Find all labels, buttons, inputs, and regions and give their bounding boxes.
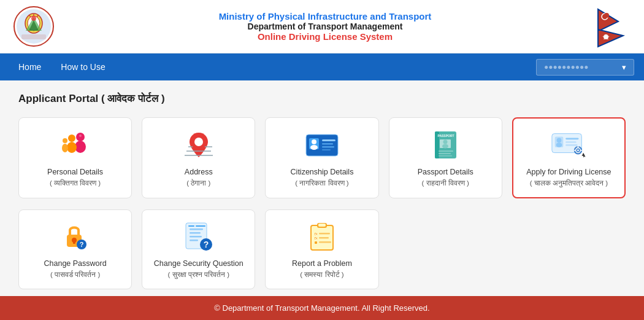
svg-rect-55	[566, 144, 578, 146]
system-title: Online Driving License System	[55, 31, 595, 42]
svg-rect-36	[322, 146, 334, 148]
svg-point-51	[557, 138, 562, 142]
ministry-text: Ministry of Physical Infrastructure and …	[55, 11, 595, 21]
svg-point-44	[442, 144, 448, 149]
svg-marker-62	[582, 153, 586, 158]
svg-rect-91	[319, 241, 331, 243]
footer-text: © Department of Transport Management. Al…	[214, 303, 429, 313]
svg-rect-47	[439, 155, 452, 157]
svg-rect-54	[566, 141, 577, 142]
cards-row2: ? Change Password ( पासवर्ड परिवर्तन )	[18, 209, 626, 289]
department-text: Department of Transport Management	[55, 21, 595, 31]
svg-rect-89	[319, 237, 329, 239]
passport-label: Passport Details ( राहदानी विवरण )	[418, 166, 473, 189]
personal-details-label: Personal Details ( व्यक्तिगत विवरण )	[47, 166, 103, 189]
footer: © Department of Transport Management. Al…	[0, 296, 644, 320]
svg-rect-71	[190, 232, 201, 234]
passport-icon: PASSPORT	[427, 130, 464, 160]
svg-rect-34	[322, 139, 335, 141]
svg-rect-70	[190, 228, 203, 230]
svg-rect-46	[439, 153, 451, 154]
nav-home[interactable]: Home	[10, 57, 50, 77]
card-change-password[interactable]: ? Change Password ( पासवर्ड परिवर्तन )	[18, 209, 132, 289]
address-icon	[180, 130, 217, 160]
card-apply-driving-license[interactable]: Apply for Driving License ( चालक अनुमतिप…	[512, 117, 626, 198]
personal-details-icon	[57, 130, 94, 160]
svg-point-14	[604, 13, 609, 18]
navbar-left: Home How to Use	[10, 57, 114, 77]
svg-point-32	[312, 139, 316, 144]
nepal-flag	[595, 8, 632, 45]
dropdown-arrow: ▾	[622, 63, 626, 72]
report-problem-label: Report a Problem ( समस्या रिपोर्ट )	[292, 258, 352, 280]
citizenship-icon	[304, 130, 340, 160]
svg-text:PASSPORT: PASSPORT	[437, 134, 454, 138]
svg-rect-72	[190, 236, 202, 238]
address-label: Address ( ठेगाना )	[185, 166, 213, 189]
logo	[12, 5, 55, 48]
svg-point-58	[577, 149, 579, 151]
svg-marker-11	[598, 9, 618, 31]
nav-howto[interactable]: How to Use	[52, 57, 113, 77]
svg-rect-45	[439, 150, 453, 152]
change-password-icon: ?	[57, 221, 94, 252]
driving-license-icon	[550, 130, 587, 160]
change-password-label: Change Password ( पासवर्ड परिवर्तन )	[44, 258, 107, 280]
svg-rect-37	[322, 149, 331, 150]
card-address[interactable]: Address ( ठेगाना )	[142, 117, 255, 198]
svg-rect-10	[21, 34, 46, 39]
card-change-security-question[interactable]: ? Change Security Question ( सुरक्षा प्र…	[142, 209, 255, 289]
navbar-right: ●●●●●●●●●● ▾	[536, 59, 634, 76]
svg-rect-90	[315, 241, 317, 244]
svg-marker-12	[598, 29, 623, 47]
card-personal-details[interactable]: Personal Details ( व्यक्तिगत विवरण )	[18, 117, 132, 198]
security-question-label: Change Security Question ( सुरक्षा प्रश्…	[154, 258, 243, 280]
svg-rect-65	[73, 241, 75, 244]
svg-rect-73	[190, 240, 198, 241]
svg-rect-81	[318, 224, 326, 227]
svg-point-20	[67, 142, 77, 153]
svg-point-21	[63, 138, 67, 143]
dropdown-value: ●●●●●●●●●●	[544, 63, 588, 71]
header-center: Ministry of Physical Infrastructure and …	[55, 11, 595, 42]
language-dropdown[interactable]: ●●●●●●●●●● ▾	[536, 59, 634, 76]
cards-row1: Personal Details ( व्यक्तिगत विवरण )	[18, 117, 626, 198]
svg-point-6	[31, 16, 36, 21]
header: Ministry of Physical Infrastructure and …	[0, 0, 644, 53]
svg-point-43	[443, 140, 447, 144]
svg-point-22	[62, 144, 68, 152]
svg-rect-53	[566, 138, 579, 139]
driving-license-label: Apply for Driving License ( चालक अनुमतिप…	[526, 166, 611, 189]
svg-text:?: ?	[204, 240, 209, 249]
svg-rect-35	[322, 143, 333, 145]
svg-text:?: ?	[80, 241, 84, 248]
svg-point-24	[194, 138, 203, 146]
svg-rect-77	[196, 225, 205, 227]
svg-point-52	[556, 142, 562, 147]
security-question-icon: ?	[180, 221, 217, 252]
svg-rect-76	[188, 225, 194, 227]
portal-title: Applicant Portal ( आवेदक पोर्टल )	[18, 93, 626, 105]
card-report-problem[interactable]: Report a Problem ( समस्या रिपोर्ट )	[265, 209, 378, 289]
card-passport-details[interactable]: PASSPORT Passport Details ( राहदानी विवर…	[389, 117, 502, 198]
navbar: Home How to Use ●●●●●●●●●● ▾	[0, 53, 644, 80]
svg-rect-85	[319, 233, 330, 235]
svg-point-23	[79, 135, 82, 137]
main-content: Applicant Portal ( आवेदक पोर्टल )	[0, 80, 644, 314]
card-citizenship-details[interactable]: Citizenship Details ( नागरिकता विवरण )	[265, 117, 378, 198]
svg-point-33	[310, 145, 318, 150]
report-problem-icon	[304, 221, 340, 252]
svg-point-19	[68, 135, 75, 142]
citizenship-label: Citizenship Details ( नागरिकता विवरण )	[291, 166, 354, 189]
